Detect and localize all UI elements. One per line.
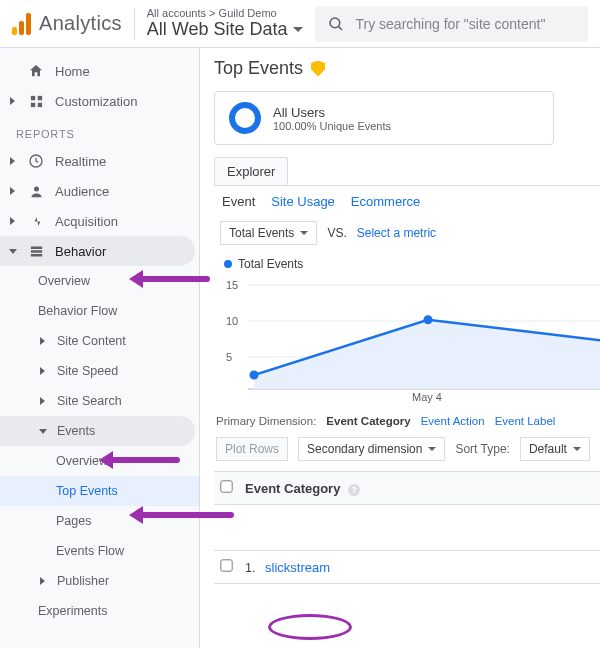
segment-name: All Users <box>273 105 391 120</box>
annotation-arrow <box>138 276 210 282</box>
sidebar-item-events[interactable]: Events <box>0 416 195 446</box>
caret-down-icon <box>573 447 581 451</box>
primary-dimension-label: Primary Dimension: <box>216 415 316 427</box>
segment-detail: 100.00% Unique Events <box>273 120 391 132</box>
person-icon <box>27 182 45 200</box>
select-all-cell <box>214 472 239 505</box>
chevron-right-icon <box>10 187 15 195</box>
segment-card[interactable]: All Users 100.00% Unique Events <box>214 91 554 145</box>
annotation-arrow <box>108 457 180 463</box>
legend-dot-icon <box>224 260 232 268</box>
search-input[interactable]: Try searching for "site content" <box>315 6 588 42</box>
sidebar-item-site-speed[interactable]: Site Speed <box>0 356 199 386</box>
chevron-right-icon <box>40 367 45 375</box>
sidebar-item-label: Realtime <box>55 154 106 169</box>
svg-rect-10 <box>30 254 41 257</box>
sidebar: Home Customization REPORTS Realtime Audi… <box>0 48 200 648</box>
select-metric-link[interactable]: Select a metric <box>357 226 436 240</box>
y-tick: 10 <box>226 315 238 327</box>
row-checkbox[interactable] <box>220 559 232 571</box>
svg-rect-9 <box>30 250 41 253</box>
sidebar-item-experiments[interactable]: Experiments <box>0 596 199 626</box>
svg-point-0 <box>330 18 340 28</box>
page-title: Top Events <box>214 58 303 79</box>
sort-type-dropdown[interactable]: Default <box>520 437 590 461</box>
sidebar-item-label: Pages <box>56 514 91 528</box>
sidebar-item-top-events[interactable]: Top Events <box>0 476 199 506</box>
sidebar-item-publisher[interactable]: Publisher <box>0 566 199 596</box>
acquisition-icon <box>27 212 45 230</box>
divider <box>134 8 135 40</box>
metric-dropdown[interactable]: Total Events <box>220 221 317 245</box>
sidebar-item-events-pages[interactable]: Pages <box>0 506 199 536</box>
donut-icon <box>229 102 261 134</box>
svg-point-16 <box>424 315 433 324</box>
chevron-right-icon <box>40 337 45 345</box>
svg-point-15 <box>250 371 259 380</box>
view-name: All Web Site Data <box>147 19 288 40</box>
shield-icon <box>311 61 325 77</box>
sidebar-item-site-content[interactable]: Site Content <box>0 326 199 356</box>
help-icon[interactable]: ? <box>348 484 360 496</box>
sidebar-item-label: Experiments <box>38 604 107 618</box>
chevron-down-icon <box>39 429 47 434</box>
sidebar-item-realtime[interactable]: Realtime <box>0 146 199 176</box>
search-icon <box>327 15 345 33</box>
subtab-ecommerce[interactable]: Ecommerce <box>351 194 420 209</box>
chevron-right-icon <box>10 97 15 105</box>
secondary-dimension-dropdown[interactable]: Secondary dimension <box>298 437 445 461</box>
row-number: 1. <box>245 561 255 575</box>
sidebar-item-label: Events Flow <box>56 544 124 558</box>
subtab-site-usage[interactable]: Site Usage <box>271 194 335 209</box>
sidebar-item-audience[interactable]: Audience <box>0 176 199 206</box>
select-all-checkbox[interactable] <box>220 480 232 492</box>
sidebar-item-home[interactable]: Home <box>0 56 199 86</box>
pd-event-action[interactable]: Event Action <box>421 415 485 427</box>
sidebar-item-label: Site Search <box>57 394 122 408</box>
sidebar-item-label: Events <box>57 424 95 438</box>
annotation-arrow <box>138 512 234 518</box>
home-icon <box>27 62 45 80</box>
sidebar-item-behavior[interactable]: Behavior <box>0 236 195 266</box>
product-logo: Analytics <box>12 12 122 35</box>
sidebar-item-label: Overview <box>38 274 90 288</box>
secondary-dimension-label: Secondary dimension <box>307 442 422 456</box>
topbar: Analytics All accounts > Guild Demo All … <box>0 0 600 48</box>
sidebar-item-label: Acquisition <box>55 214 118 229</box>
pd-event-category[interactable]: Event Category <box>326 415 410 427</box>
behavior-icon <box>27 242 45 260</box>
events-chart: 15 10 5 May 4 <box>222 277 600 401</box>
sidebar-item-customization[interactable]: Customization <box>0 86 199 116</box>
caret-down-icon <box>300 231 308 235</box>
chevron-down-icon <box>9 249 17 254</box>
chart-svg <box>248 277 600 393</box>
events-table: Event Category ? 1. slickstream <box>214 471 600 584</box>
sidebar-item-label: Audience <box>55 184 109 199</box>
column-header-label: Event Category <box>245 481 340 496</box>
sidebar-section-reports: REPORTS <box>0 116 199 146</box>
chevron-right-icon <box>40 577 45 585</box>
sidebar-item-events-flow[interactable]: Events Flow <box>0 536 199 566</box>
caret-down-icon <box>428 447 436 451</box>
main-content: Top Events All Users 100.00% Unique Even… <box>200 48 600 648</box>
search-placeholder: Try searching for "site content" <box>355 16 545 32</box>
y-tick: 5 <box>226 351 232 363</box>
sidebar-item-label: Site Speed <box>57 364 118 378</box>
tab-explorer[interactable]: Explorer <box>214 157 288 185</box>
column-header-event-category[interactable]: Event Category ? <box>239 472 600 505</box>
x-tick: May 4 <box>412 391 442 403</box>
plot-rows-button: Plot Rows <box>216 437 288 461</box>
y-tick: 15 <box>226 279 238 291</box>
account-view-selector[interactable]: All accounts > Guild Demo All Web Site D… <box>147 7 304 40</box>
product-name: Analytics <box>39 12 122 35</box>
chevron-right-icon <box>40 397 45 405</box>
breadcrumb: All accounts > Guild Demo <box>147 7 304 19</box>
subtab-event[interactable]: Event <box>222 194 255 209</box>
sidebar-item-label: Behavior Flow <box>38 304 117 318</box>
sidebar-item-acquisition[interactable]: Acquisition <box>0 206 199 236</box>
event-category-link[interactable]: slickstream <box>265 560 330 575</box>
sidebar-item-behavior-flow[interactable]: Behavior Flow <box>0 296 199 326</box>
svg-point-7 <box>34 186 39 191</box>
sidebar-item-site-search[interactable]: Site Search <box>0 386 199 416</box>
pd-event-label[interactable]: Event Label <box>495 415 556 427</box>
